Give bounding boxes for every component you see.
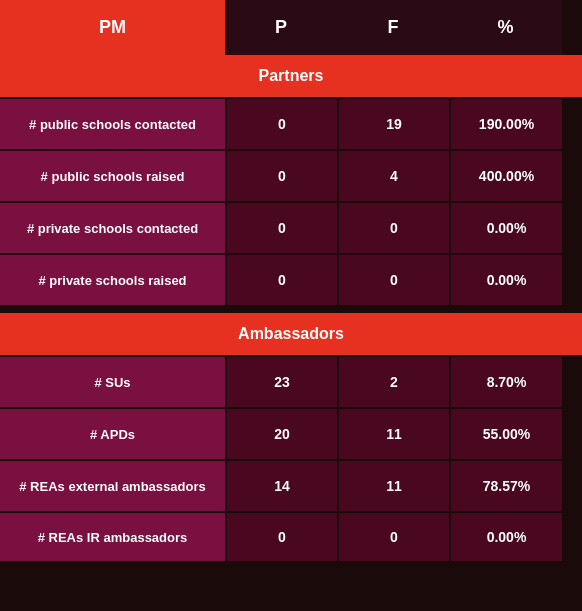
row-label: # SUs [0, 357, 225, 407]
header-p: P [225, 0, 337, 55]
row-pct-value: 0.00% [449, 513, 562, 561]
row-f-value: 0 [337, 203, 449, 253]
row-p-value: 23 [225, 357, 337, 407]
table-row: # private schools raised000.00% [0, 253, 582, 305]
header-pct: % [449, 0, 562, 55]
header-f: F [337, 0, 449, 55]
table-header: PM P F % [0, 0, 582, 55]
section-header-1: Ambassadors [0, 313, 582, 355]
row-f-value: 4 [337, 151, 449, 201]
row-pct-value: 8.70% [449, 357, 562, 407]
section-gap [0, 305, 582, 313]
row-label: # private schools raised [0, 255, 225, 305]
row-label: # APDs [0, 409, 225, 459]
table-row: # REAs IR ambassadors000.00% [0, 511, 582, 563]
row-label: # public schools raised [0, 151, 225, 201]
row-f-value: 0 [337, 513, 449, 561]
row-pct-value: 190.00% [449, 99, 562, 149]
row-f-value: 2 [337, 357, 449, 407]
row-pct-value: 0.00% [449, 255, 562, 305]
row-pct-value: 78.57% [449, 461, 562, 511]
row-pct-value: 400.00% [449, 151, 562, 201]
row-f-value: 19 [337, 99, 449, 149]
row-label: # REAs IR ambassadors [0, 513, 225, 561]
row-p-value: 0 [225, 513, 337, 561]
row-label: # private schools contacted [0, 203, 225, 253]
row-p-value: 14 [225, 461, 337, 511]
row-p-value: 0 [225, 255, 337, 305]
section-header-0: Partners [0, 55, 582, 97]
row-f-value: 11 [337, 461, 449, 511]
row-pct-value: 0.00% [449, 203, 562, 253]
table-row: # REAs external ambassadors141178.57% [0, 459, 582, 511]
header-pm: PM [0, 0, 225, 55]
table-row: # public schools contacted019190.00% [0, 97, 582, 149]
table-row: # SUs2328.70% [0, 355, 582, 407]
row-pct-value: 55.00% [449, 409, 562, 459]
row-p-value: 0 [225, 151, 337, 201]
row-f-value: 11 [337, 409, 449, 459]
table-row: # APDs201155.00% [0, 407, 582, 459]
row-label: # REAs external ambassadors [0, 461, 225, 511]
row-p-value: 0 [225, 203, 337, 253]
table-row: # private schools contacted000.00% [0, 201, 582, 253]
row-label: # public schools contacted [0, 99, 225, 149]
main-table: PM P F % Partners# public schools contac… [0, 0, 582, 563]
row-p-value: 0 [225, 99, 337, 149]
row-f-value: 0 [337, 255, 449, 305]
row-p-value: 20 [225, 409, 337, 459]
sections-container: Partners# public schools contacted019190… [0, 55, 582, 563]
table-row: # public schools raised04400.00% [0, 149, 582, 201]
